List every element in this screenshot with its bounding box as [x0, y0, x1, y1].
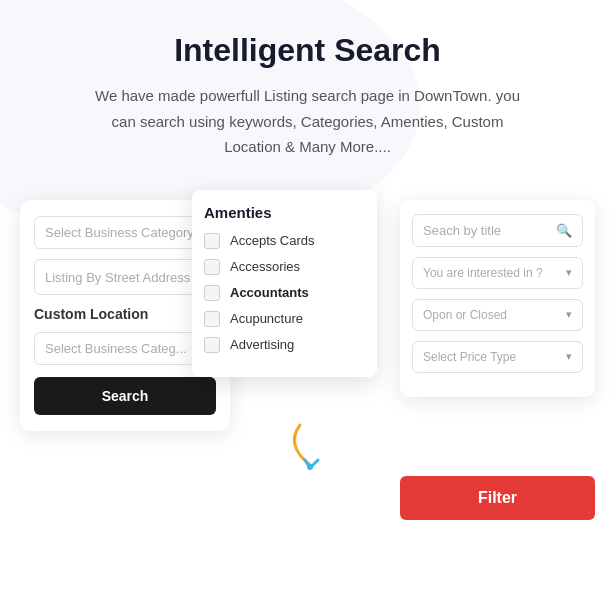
custom-location-label: Custom Location [34, 306, 148, 322]
checkbox-accessories[interactable] [204, 259, 220, 275]
amenties-title: Amenties [204, 204, 365, 221]
interested-placeholder: You are interested in ? [423, 266, 543, 280]
amenties-label-advertising: Advertising [230, 337, 294, 352]
svg-point-0 [307, 464, 313, 470]
amenties-item-accessories[interactable]: Accessories [204, 259, 365, 275]
search-icon: 🔍 [556, 223, 572, 238]
street-address-input[interactable]: Listing By Street Address [34, 259, 216, 295]
amenties-label-acupuncture: Acupuncture [230, 311, 303, 326]
chevron-down-icon-4: ▾ [566, 308, 572, 321]
business-category-2-placeholder: Select Business Categ... [45, 341, 187, 356]
checkbox-accepts-cards[interactable] [204, 233, 220, 249]
chevron-down-icon-5: ▾ [566, 350, 572, 363]
checkbox-accountants[interactable] [204, 285, 220, 301]
page-subtitle: We have made powerfull Listing search pa… [88, 83, 528, 160]
interested-select[interactable]: You are interested in ? ▾ [412, 257, 583, 289]
amenties-label-accountants: Accountants [230, 285, 309, 300]
checkbox-acupuncture[interactable] [204, 311, 220, 327]
page-content: Intelligent Search We have made powerful… [0, 0, 615, 190]
amenties-item-advertising[interactable]: Advertising [204, 337, 365, 353]
business-category-select[interactable]: Select Business Category ▾ [34, 216, 216, 249]
amenties-dropdown: Amenties Accepts Cards Accessories Accou… [192, 190, 377, 377]
search-button[interactable]: Search [34, 377, 216, 415]
search-by-title-placeholder: Seach by title [423, 223, 501, 238]
open-closed-select[interactable]: Opon or Closed ▾ [412, 299, 583, 331]
amenties-label-accessories: Accessories [230, 259, 300, 274]
cards-area: Select Business Category ▾ Listing By St… [0, 190, 615, 530]
page-title: Intelligent Search [174, 32, 441, 69]
amenties-item-accepts-cards[interactable]: Accepts Cards [204, 233, 365, 249]
arrow-graphic [280, 410, 350, 480]
chevron-down-icon-3: ▾ [566, 266, 572, 279]
right-card: Seach by title 🔍 You are interested in ?… [400, 200, 595, 397]
price-type-select[interactable]: Select Price Type ▾ [412, 341, 583, 373]
filter-button[interactable]: Filter [400, 476, 595, 520]
custom-location-section: Custom Location ✕ [34, 305, 216, 324]
checkbox-advertising[interactable] [204, 337, 220, 353]
amenties-label-accepts-cards: Accepts Cards [230, 233, 315, 248]
amenties-item-acupuncture[interactable]: Acupuncture [204, 311, 365, 327]
price-type-placeholder: Select Price Type [423, 350, 516, 364]
open-closed-placeholder: Opon or Closed [423, 308, 507, 322]
amenties-item-accountants[interactable]: Accountants [204, 285, 365, 301]
business-category-placeholder: Select Business Category [45, 225, 194, 240]
street-address-placeholder: Listing By Street Address [45, 270, 190, 285]
business-category-select-2[interactable]: Select Business Categ... ▾ [34, 332, 216, 365]
filter-button-container: Filter [400, 476, 595, 520]
search-by-title-input[interactable]: Seach by title 🔍 [412, 214, 583, 247]
